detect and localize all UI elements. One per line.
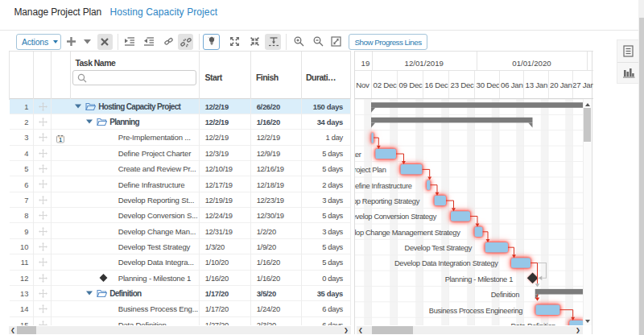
svg-text:Develop Reporting Strategy: Develop Reporting Strategy bbox=[355, 196, 420, 205]
svg-text:Create and Review Project Plan: Create and Review Project Plan bbox=[355, 166, 386, 174]
svg-text:Business Process Engineering: Business Process Engineering bbox=[429, 306, 522, 314]
svg-text:Develop Data Integration Strat: Develop Data Integration Strategy bbox=[394, 259, 498, 267]
svg-text:Develop Test Strategy: Develop Test Strategy bbox=[405, 244, 473, 252]
svg-text:Develop Conversion Strategy: Develop Conversion Strategy bbox=[355, 213, 437, 221]
svg-text:Develop Change Management Stra: Develop Change Management Strategy bbox=[355, 228, 460, 236]
svg-text:Definition: Definition bbox=[491, 291, 519, 299]
svg-text:Planning - Milestone 1: Planning - Milestone 1 bbox=[445, 275, 513, 283]
svg-text:Data Definition: Data Definition bbox=[510, 321, 555, 325]
svg-text:Define Infrastructure: Define Infrastructure bbox=[355, 181, 412, 189]
svg-text:Define Project Charter: Define Project Charter bbox=[355, 150, 361, 158]
